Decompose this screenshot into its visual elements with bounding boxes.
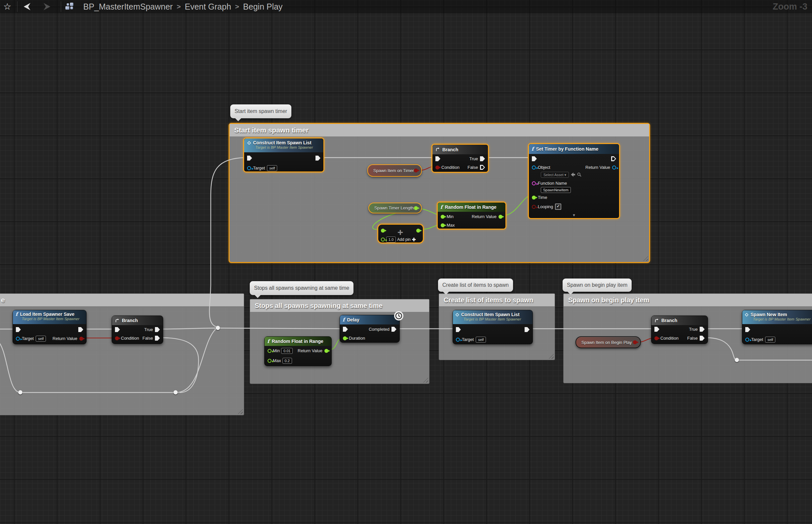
add-pin-button[interactable]: ✚ (412, 237, 416, 242)
node-construct-item-spawn-list-top[interactable]: ◇Construct Item Spawn List Target is BP … (243, 137, 325, 173)
node-construct-item-spawn-list-bottom[interactable]: ◇Construct Item Spawn List Target is BP … (452, 310, 533, 344)
blueprint-graph-canvas[interactable]: Start item spawn timer e Stops all spawn… (0, 0, 812, 524)
exec-out-pin[interactable] (315, 155, 320, 161)
exec-in-pin[interactable] (343, 327, 348, 332)
comment-bubble-create: Create list of items to spawn (438, 279, 513, 292)
condition-pin[interactable] (654, 336, 658, 340)
duration-pin[interactable] (343, 336, 347, 340)
target-pin[interactable] (247, 166, 251, 170)
target-self-value[interactable]: self (765, 337, 775, 343)
false-exec-pin[interactable] (155, 336, 160, 341)
variable-spawn-item-on-begin-play[interactable]: Spawn Item on Begin Play (576, 336, 641, 348)
node-add[interactable]: + 1.0 Add pin ✚ (377, 224, 424, 244)
false-exec-pin[interactable] (700, 336, 705, 341)
add-icon: + (397, 227, 403, 238)
breadcrumb-separator: > (235, 3, 239, 11)
select-asset-dropdown[interactable]: Select Asset ▾ (541, 172, 569, 178)
breadcrumb-begin-play[interactable]: Begin Play (243, 2, 283, 12)
function-name-value[interactable]: SpawnNewItem (541, 187, 571, 193)
target-pin[interactable] (456, 338, 460, 342)
true-exec-pin[interactable] (480, 156, 485, 161)
node-branch-top[interactable]: Branch True Condition False (431, 144, 489, 173)
reroute-node[interactable] (173, 390, 178, 394)
node-random-float-in-range-bottom[interactable]: f Random Float in Range Min0.01 Return V… (264, 336, 332, 366)
latent-clock-icon (394, 311, 404, 321)
toolbar-divider (17, 1, 17, 12)
target-pin[interactable] (16, 337, 20, 341)
max-pin[interactable] (268, 359, 271, 363)
add-input-b-pin[interactable] (381, 238, 385, 242)
true-exec-pin[interactable] (155, 327, 160, 332)
time-pin[interactable] (532, 196, 536, 199)
min-pin[interactable] (441, 215, 445, 219)
exec-in-pin[interactable] (115, 327, 120, 332)
navigate-back-icon[interactable] (22, 3, 30, 10)
wire-layer (0, 0, 812, 524)
collapse-arrow-icon[interactable]: ▼ (572, 213, 576, 217)
use-selected-asset-icon[interactable] (571, 173, 575, 177)
navigate-forward-icon[interactable] (44, 3, 52, 10)
return-value-pin[interactable] (498, 215, 502, 219)
comment-bubble-stops: Stops all spawns spawning at same time (250, 281, 353, 295)
node-random-float-in-range-top[interactable]: f Random Float in Range Min Return Value… (437, 201, 507, 230)
object-pin[interactable] (532, 165, 536, 169)
favorite-star-icon[interactable]: ☆ (3, 1, 11, 13)
browse-asset-icon[interactable] (577, 173, 581, 177)
min-pin[interactable] (268, 349, 271, 353)
exec-out-pin[interactable] (525, 327, 530, 332)
target-pin[interactable] (745, 338, 749, 342)
bool-output-pin[interactable] (633, 340, 637, 344)
return-value-pin[interactable] (325, 349, 328, 353)
add-output-pin[interactable] (416, 229, 420, 233)
add-input-a-pin[interactable] (381, 229, 385, 233)
reroute-node[interactable] (18, 390, 22, 394)
max-pin[interactable] (441, 223, 445, 227)
node-branch-right[interactable]: Branch True Condition False (651, 315, 708, 344)
exec-in-pin[interactable] (654, 327, 659, 332)
target-self-value[interactable]: self (36, 336, 46, 342)
node-set-timer-by-function-name[interactable]: f Set Timer by Function Name Object Retu… (528, 143, 620, 219)
node-load-item-spawner-save[interactable]: fLoad Item Spawner Save Target is BP Mas… (13, 310, 86, 344)
breadcrumb-separator: > (177, 3, 181, 11)
target-self-value[interactable]: self (476, 337, 486, 343)
zoom-level-label: Zoom -3 (773, 2, 807, 12)
variable-spawn-timer-length[interactable]: Spawn Timer Length (368, 202, 422, 213)
max-value[interactable]: 0.2 (282, 358, 292, 364)
add-input-b-value[interactable]: 1.0 (386, 236, 396, 243)
reroute-node[interactable] (735, 358, 739, 362)
exec-in-pin[interactable] (247, 155, 252, 161)
exec-in-pin[interactable] (456, 327, 461, 332)
looping-pin[interactable] (532, 205, 536, 209)
node-branch-left[interactable]: Branch True Condition False (112, 315, 163, 344)
exec-in-pin[interactable] (532, 156, 537, 161)
node-delay[interactable]: f Delay Completed Duration (339, 315, 400, 343)
float-output-pin[interactable] (414, 206, 418, 210)
comment-bubble-begin: Spawn on begin play item (563, 279, 632, 292)
breadcrumb-blueprint[interactable]: BP_MasterItemSpawner (83, 2, 173, 12)
exec-in-pin[interactable] (435, 156, 440, 161)
condition-pin[interactable] (435, 165, 440, 169)
completed-exec-pin[interactable] (392, 327, 396, 332)
min-value[interactable]: 0.01 (281, 348, 293, 354)
false-exec-pin[interactable] (480, 165, 485, 170)
exec-in-pin[interactable] (16, 327, 21, 332)
function-icon: f (532, 146, 533, 152)
exec-in-pin[interactable] (745, 327, 750, 332)
function-name-pin[interactable] (532, 181, 536, 185)
true-exec-pin[interactable] (700, 327, 705, 332)
exec-out-pin[interactable] (78, 327, 83, 332)
return-value-pin[interactable] (612, 165, 616, 169)
node-spawn-new-item[interactable]: ◇Spawn New Item Target is BP Master Item… (742, 310, 812, 344)
condition-pin[interactable] (115, 336, 119, 340)
blueprint-class-icon (65, 3, 74, 11)
function-icon: f (16, 312, 17, 317)
exec-out-pin[interactable] (611, 156, 616, 161)
looping-checkbox[interactable]: ✓ (555, 203, 561, 210)
branch-icon (435, 147, 440, 152)
reroute-node[interactable] (216, 326, 220, 330)
breadcrumb-event-graph[interactable]: Event Graph (185, 2, 231, 12)
return-value-pin[interactable] (79, 337, 83, 341)
variable-spawn-item-on-timer[interactable]: Spawn Item on Timer (367, 164, 422, 177)
bool-output-pin[interactable] (414, 168, 418, 173)
target-self-value[interactable]: self (267, 165, 277, 171)
